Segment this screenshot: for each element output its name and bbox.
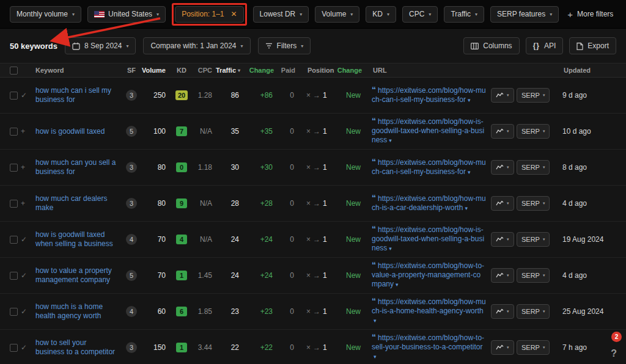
columns-button[interactable]: Columns bbox=[463, 37, 519, 54]
date-picker-button[interactable]: 8 Sep 2024 ▾ bbox=[65, 37, 136, 54]
url-link[interactable]: https://exitwise.com/blog/how-to-sell-yo… bbox=[372, 333, 484, 351]
filter-chip[interactable]: CPC ▾ bbox=[402, 6, 438, 23]
filters-button[interactable]: Filters ▾ bbox=[258, 37, 311, 54]
url-link[interactable]: https://exitwise.com/blog/how-much-is-a-… bbox=[372, 194, 486, 212]
serp-button[interactable]: SERP ▾ bbox=[517, 232, 550, 247]
header-paid[interactable]: Paid bbox=[278, 67, 299, 74]
position-history-chart-button[interactable]: ▾ bbox=[491, 232, 514, 247]
url-dropdown-icon[interactable]: ▾ bbox=[468, 169, 471, 175]
header-position-change[interactable]: Change bbox=[336, 67, 366, 74]
traffic-change-cell: +30 bbox=[243, 163, 276, 172]
position-history-chart-button[interactable]: ▾ bbox=[491, 304, 514, 319]
row-checkbox[interactable] bbox=[10, 308, 18, 316]
api-button[interactable]: {} API bbox=[526, 37, 564, 54]
row-marker-icon[interactable]: ✓ bbox=[21, 235, 27, 244]
serp-features-badge[interactable]: 3 bbox=[126, 342, 137, 353]
serp-button[interactable]: SERP ▾ bbox=[517, 304, 550, 319]
header-volume[interactable]: Volume bbox=[141, 67, 169, 74]
help-icon[interactable]: ? bbox=[611, 348, 617, 359]
header-sf[interactable]: SF bbox=[122, 67, 141, 74]
serp-features-badge[interactable]: 5 bbox=[126, 270, 137, 281]
filter-chip[interactable]: KD ▾ bbox=[366, 6, 396, 23]
url-dropdown-icon[interactable]: ▾ bbox=[465, 205, 468, 211]
position-history-chart-button[interactable]: ▾ bbox=[491, 160, 514, 175]
row-checkbox[interactable] bbox=[10, 92, 18, 100]
serp-button[interactable]: SERP ▾ bbox=[517, 124, 550, 139]
keyword-link[interactable]: how to value a property management compa… bbox=[35, 266, 117, 285]
row-checkbox[interactable] bbox=[10, 128, 18, 136]
url-link[interactable]: https://exitwise.com/blog/how-to-value-a… bbox=[372, 261, 484, 288]
serp-button[interactable]: SERP ▾ bbox=[517, 88, 550, 103]
keyword-link[interactable]: how is goodwill taxed bbox=[35, 127, 105, 136]
header-traffic-change[interactable]: Change bbox=[244, 67, 278, 74]
export-button[interactable]: Export bbox=[569, 37, 616, 54]
url-dropdown-icon[interactable]: ▾ bbox=[468, 97, 471, 103]
position-history-chart-button[interactable]: ▾ bbox=[491, 88, 514, 103]
row-marker-icon[interactable]: ✓ bbox=[21, 271, 27, 280]
chevron-down-icon: ▾ bbox=[156, 12, 159, 17]
serp-features-badge[interactable]: 3 bbox=[126, 90, 137, 101]
url-link[interactable]: https://exitwise.com/blog/how-much-is-a-… bbox=[372, 297, 486, 315]
keyword-link[interactable]: how much can you sell a business for bbox=[35, 158, 117, 177]
filter-chip[interactable]: Monthly volume ▾ bbox=[10, 6, 81, 23]
compare-with-button[interactable]: Compare with: 1 Jan 2024 ▾ bbox=[143, 37, 250, 54]
keyword-link[interactable]: how much can i sell my business for bbox=[35, 86, 117, 104]
position-history-chart-button[interactable]: ▾ bbox=[491, 340, 514, 355]
close-icon[interactable]: ✕ bbox=[231, 10, 237, 18]
url-dropdown-icon[interactable]: ▾ bbox=[374, 354, 377, 360]
serp-button[interactable]: SERP ▾ bbox=[517, 340, 550, 355]
kd-badge: 1 bbox=[176, 343, 187, 352]
url-dropdown-icon[interactable]: ▾ bbox=[374, 318, 377, 324]
row-checkbox[interactable] bbox=[10, 344, 18, 352]
keyword-link[interactable]: how to sell your business to a competito… bbox=[35, 338, 117, 357]
position-history-chart-button[interactable]: ▾ bbox=[491, 268, 514, 283]
serp-features-badge[interactable]: 4 bbox=[126, 306, 137, 317]
serp-button[interactable]: SERP ▾ bbox=[517, 196, 550, 211]
keyword-link[interactable]: how much is a home health agency worth bbox=[35, 302, 117, 321]
row-checkbox[interactable] bbox=[10, 272, 18, 280]
url-dropdown-icon[interactable]: ▾ bbox=[389, 246, 392, 252]
serp-features-badge[interactable]: 5 bbox=[126, 126, 137, 137]
serp-features-badge[interactable]: 3 bbox=[126, 162, 137, 173]
line-chart-icon bbox=[496, 128, 504, 134]
row-marker-icon[interactable]: + bbox=[21, 199, 25, 208]
header-kd[interactable]: KD bbox=[169, 67, 194, 74]
header-updated[interactable]: Updated bbox=[556, 67, 626, 74]
filter-chip[interactable]: United States ▾ bbox=[87, 6, 166, 23]
row-marker-icon[interactable]: ✓ bbox=[21, 307, 27, 316]
position-history-chart-button[interactable]: ▾ bbox=[491, 196, 514, 211]
serp-button[interactable]: SERP ▾ bbox=[517, 268, 550, 283]
row-marker-icon[interactable]: + bbox=[21, 163, 25, 172]
row-checkbox[interactable] bbox=[10, 164, 18, 172]
header-cpc[interactable]: CPC bbox=[194, 67, 216, 74]
url-dropdown-icon[interactable]: ▾ bbox=[389, 137, 392, 144]
filter-chip[interactable]: Lowest DR ▾ bbox=[253, 6, 309, 23]
volume-cell: 80 bbox=[141, 163, 169, 172]
keyword-link[interactable]: how is goodwill taxed when selling a bus… bbox=[35, 230, 117, 249]
position-history-chart-button[interactable]: ▾ bbox=[491, 124, 514, 139]
volume-cell: 250 bbox=[141, 91, 169, 100]
row-marker-icon[interactable]: + bbox=[21, 127, 25, 136]
serp-button[interactable]: SERP ▾ bbox=[517, 160, 550, 175]
url-dropdown-icon[interactable]: ▾ bbox=[396, 282, 399, 288]
row-marker-icon[interactable]: ✓ bbox=[21, 91, 27, 100]
more-filters-button[interactable]: + More filters bbox=[567, 10, 613, 19]
keyword-link[interactable]: how much car dealers make bbox=[35, 194, 117, 213]
row-checkbox[interactable] bbox=[10, 200, 18, 208]
serp-features-badge[interactable]: 3 bbox=[126, 198, 137, 209]
filter-chip[interactable]: Volume ▾ bbox=[315, 6, 359, 23]
filter-chip[interactable]: Traffic ▾ bbox=[444, 6, 484, 23]
header-position[interactable]: Position bbox=[299, 67, 336, 74]
row-checkbox[interactable] bbox=[10, 236, 18, 244]
header-keyword[interactable]: Keyword bbox=[35, 67, 122, 74]
filter-chip[interactable]: Position: 1–1 ✕ bbox=[175, 6, 243, 23]
header-url[interactable]: URL bbox=[366, 67, 492, 74]
toolbar-right: Columns {} API Export bbox=[463, 37, 616, 54]
filter-chip[interactable]: SERP features ▾ bbox=[490, 6, 559, 23]
select-all-checkbox[interactable] bbox=[10, 67, 18, 75]
serp-features-badge[interactable]: 4 bbox=[126, 234, 137, 245]
header-traffic[interactable]: Traffic▾ bbox=[216, 67, 244, 74]
row-checkbox-cell bbox=[0, 200, 21, 208]
row-marker-icon[interactable]: ✓ bbox=[21, 343, 27, 352]
notification-badge[interactable]: 2 bbox=[611, 332, 622, 342]
